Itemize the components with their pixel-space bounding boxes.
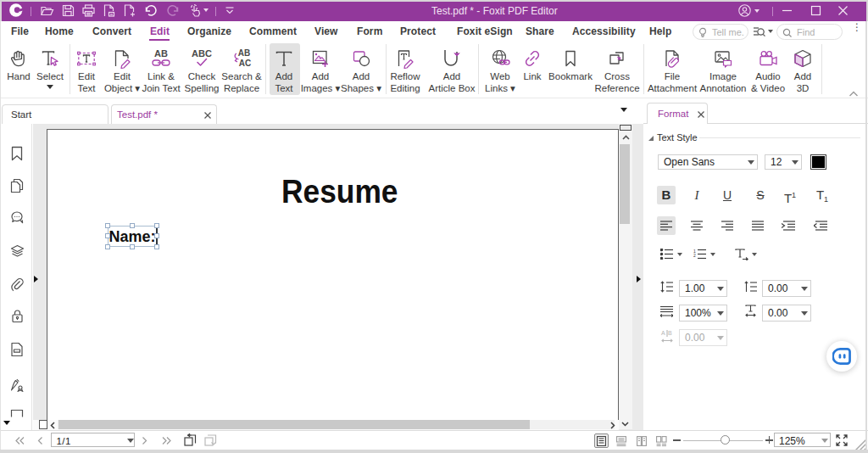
svg-text:2: 2 <box>693 253 696 258</box>
svg-text:AB: AB <box>238 48 250 58</box>
svg-text:AC: AC <box>239 59 251 68</box>
svg-text:A: A <box>661 330 665 336</box>
svg-text:AB: AB <box>154 48 168 59</box>
svg-text:ABC: ABC <box>192 48 212 59</box>
svg-text:B: B <box>668 330 672 336</box>
